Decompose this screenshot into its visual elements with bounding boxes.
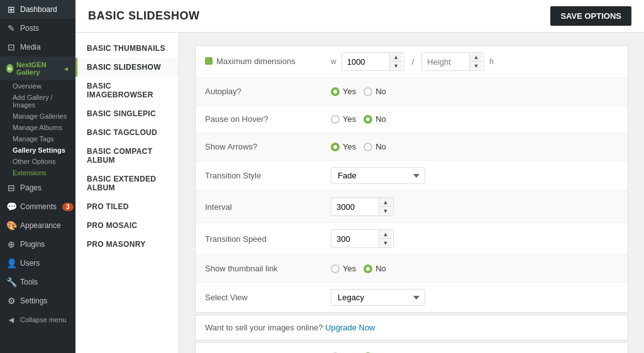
interval-control: ▲ ▼ <box>331 197 618 216</box>
save-options-button[interactable]: SAVE OPTIONS <box>550 6 631 26</box>
sidebar-item-settings[interactable]: ⚙ Settings <box>0 291 75 310</box>
left-nav-basic-extended-album[interactable]: BASIC EXTENDED ALBUM <box>75 170 179 197</box>
sidebar-item-overview[interactable]: Overview <box>6 80 75 92</box>
left-nav-pro-tiled[interactable]: PRO TILED <box>75 197 179 216</box>
autoplay-no-option[interactable]: No <box>364 87 386 96</box>
settings-row-autoplay: Autoplay? Yes No <box>196 78 628 106</box>
autoplay-control: Yes No <box>331 87 618 96</box>
settings-row-transition-style: Transition Style Fade Slide None <box>196 161 628 191</box>
thumbnail-yes-radio[interactable] <box>331 264 340 273</box>
max-dimensions-checkbox[interactable] <box>205 57 213 65</box>
pause-yes-radio[interactable] <box>331 115 340 124</box>
sidebar-item-extensions[interactable]: Extensions <box>6 167 75 178</box>
sidebar-item-manage-galleries[interactable]: Manage Galleries <box>6 111 75 122</box>
page-title: BASIC SLIDESHOW <box>88 9 200 23</box>
sidebar-item-media[interactable]: ⊡ Media <box>0 38 75 57</box>
nextgen-arrow: ◄ <box>63 65 69 72</box>
width-input-wrap: ▲ ▼ <box>341 52 404 71</box>
autoplay-no-radio[interactable] <box>364 87 372 96</box>
thumbnail-link-control: Yes No <box>331 264 618 273</box>
select-view-select[interactable]: Legacy Default <box>331 289 425 306</box>
max-dimensions-label: Maximum dimensions <box>205 57 331 67</box>
left-nav: BASIC THUMBNAILS BASIC SLIDESHOW BASIC I… <box>75 33 179 353</box>
left-nav-basic-imagebrowser[interactable]: BASIC IMAGEBROWSER <box>75 77 179 104</box>
arrows-no-radio[interactable] <box>364 143 372 151</box>
arrows-yes-label: Yes <box>343 142 356 151</box>
sidebar-item-plugins[interactable]: ⊕ Plugins <box>0 235 75 254</box>
sidebar-item-nextgen-gallery[interactable]: N NextGEN Gallery ◄ <box>0 57 75 80</box>
upgrade-now-link[interactable]: Upgrade Now <box>325 323 375 332</box>
comments-badge: 3 <box>62 203 74 211</box>
transition-speed-spin-down[interactable]: ▼ <box>379 239 392 247</box>
arrows-yes-radio[interactable] <box>331 143 340 151</box>
arrows-yes-option[interactable]: Yes <box>331 142 356 151</box>
transition-speed-spinner: ▲ ▼ <box>379 230 392 247</box>
interval-input[interactable] <box>331 199 379 215</box>
autoplay-yes-option[interactable]: Yes <box>331 87 356 96</box>
dashboard-icon: ⊞ <box>6 4 16 14</box>
transition-speed-label: Transition Speed <box>205 234 331 244</box>
left-nav-basic-compact-album[interactable]: BASIC COMPACT ALBUM <box>75 142 179 170</box>
thumbnail-no-radio[interactable] <box>364 264 372 273</box>
pages-icon: ⊟ <box>6 183 16 193</box>
sidebar-item-pages[interactable]: ⊟ Pages <box>0 178 75 197</box>
transition-speed-spin-up[interactable]: ▲ <box>379 230 392 239</box>
content-header: BASIC SLIDESHOW SAVE OPTIONS <box>75 0 644 33</box>
interval-label: Interval <box>205 202 331 212</box>
height-input-wrap: ▲ ▼ <box>421 52 484 71</box>
sidebar-item-gallery-settings[interactable]: Gallery Settings <box>6 144 75 156</box>
sidebar-item-posts[interactable]: ✎ Posts <box>0 19 75 38</box>
interval-spinner: ▲ ▼ <box>379 198 392 215</box>
thumbnail-yes-option[interactable]: Yes <box>331 264 356 273</box>
transition-speed-input[interactable] <box>331 231 379 247</box>
height-input[interactable] <box>422 54 469 70</box>
left-nav-basic-thumbnails[interactable]: BASIC THUMBNAILS <box>75 39 179 58</box>
autoplay-yes-radio[interactable] <box>331 87 340 96</box>
autoplay-yes-label: Yes <box>343 87 356 96</box>
dimensions-control: w ▲ ▼ / ▲ <box>331 52 618 71</box>
arrows-no-option[interactable]: No <box>364 142 386 151</box>
sidebar-item-tools[interactable]: 🔧 Tools <box>0 273 75 291</box>
show-arrows-label: Show Arrows? <box>205 142 331 151</box>
settings-row-show-arrows: Show Arrows? Yes No <box>196 133 628 161</box>
sidebar-item-collapse[interactable]: ◄ Collapse menu <box>0 310 75 329</box>
width-spin-up[interactable]: ▲ <box>390 53 402 62</box>
sidebar-item-users[interactable]: 👤 Users <box>0 254 75 273</box>
transition-style-select[interactable]: Fade Slide None <box>331 167 425 184</box>
sidebar-item-manage-albums[interactable]: Manage Albums <box>6 122 75 133</box>
left-nav-pro-masonry[interactable]: PRO MASONRY <box>75 235 179 254</box>
interval-spin-down[interactable]: ▼ <box>379 207 392 215</box>
width-input[interactable] <box>342 54 389 70</box>
pause-no-radio[interactable] <box>364 115 372 124</box>
settings-row-select-view: Select View Legacy Default <box>196 283 628 312</box>
left-nav-pro-mosaic[interactable]: PRO MOSAIC <box>75 216 179 235</box>
sidebar-item-comments[interactable]: 💬 Comments 3 <box>0 197 75 216</box>
pause-on-hover-control: Yes No <box>331 114 618 124</box>
show-arrows-control: Yes No <box>331 142 618 151</box>
settings-card-ecommerce: Enable Ecommerce? Yes No Enabl <box>195 342 628 353</box>
users-icon: 👤 <box>6 258 16 268</box>
pause-no-option[interactable]: No <box>364 114 386 124</box>
sidebar-item-manage-tags[interactable]: Manage Tags <box>6 133 75 144</box>
sidebar-item-add-gallery[interactable]: Add Gallery / Images <box>6 92 75 111</box>
height-spin-up[interactable]: ▲ <box>470 53 482 62</box>
sidebar-item-dashboard[interactable]: ⊞ Dashboard <box>0 0 75 19</box>
left-nav-basic-tagcloud[interactable]: BASIC TAGCLOUD <box>75 123 179 142</box>
width-spinner: ▲ ▼ <box>389 53 402 70</box>
sidebar-item-other-options[interactable]: Other Options <box>6 156 75 167</box>
interval-spin-up[interactable]: ▲ <box>379 198 392 207</box>
settings-row-thumbnail-link: Show thumbnail link Yes No <box>196 255 628 283</box>
thumbnail-no-option[interactable]: No <box>364 264 386 273</box>
sidebar-item-appearance[interactable]: 🎨 Appearance <box>0 216 75 235</box>
left-nav-basic-singlepic[interactable]: BASIC SINGLEPIC <box>75 104 179 123</box>
width-spin-down[interactable]: ▼ <box>390 62 402 70</box>
thumbnail-no-label: No <box>375 264 386 273</box>
transition-style-label: Transition Style <box>205 171 331 180</box>
select-view-control: Legacy Default <box>331 289 618 306</box>
left-nav-basic-slideshow[interactable]: BASIC SLIDESHOW <box>75 58 179 77</box>
pause-yes-label: Yes <box>343 114 356 124</box>
pause-yes-option[interactable]: Yes <box>331 114 356 124</box>
height-spin-down[interactable]: ▼ <box>470 62 482 70</box>
settings-row-ecommerce: Enable Ecommerce? Yes No <box>196 343 628 353</box>
select-view-label: Select View <box>205 293 331 302</box>
